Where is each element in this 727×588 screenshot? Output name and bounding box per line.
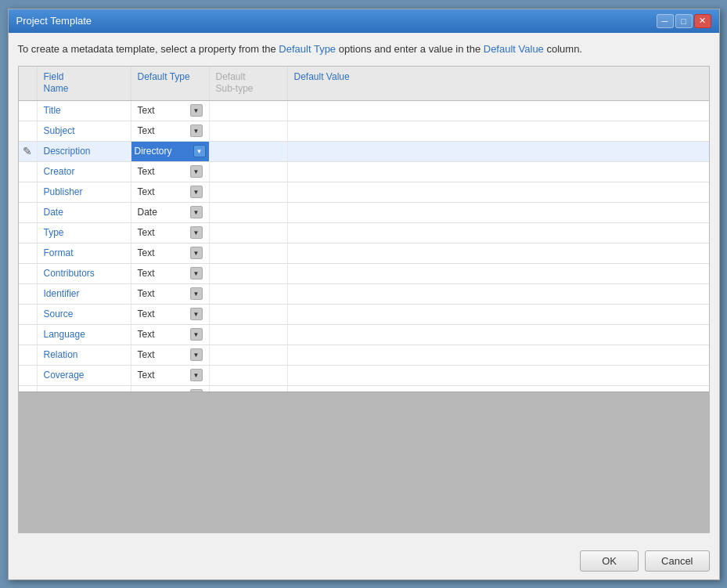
type-select[interactable]: Text ▼ (138, 267, 203, 280)
close-button[interactable]: ✕ (694, 14, 711, 28)
row-value-cell[interactable] (288, 264, 709, 283)
type-select[interactable]: Text ▼ (138, 369, 203, 381)
type-dropdown-arrow[interactable]: ▼ (190, 308, 203, 320)
table-row[interactable]: Creator Text ▼ (19, 162, 709, 182)
row-edit-icon (19, 203, 38, 222)
type-select[interactable]: Text ▼ (138, 287, 203, 300)
row-edit-icon (19, 121, 38, 141)
row-type-cell[interactable]: Text ▼ (131, 121, 210, 141)
row-field-name: Coverage (38, 366, 131, 385)
type-dropdown-arrow[interactable]: ▼ (190, 328, 203, 341)
row-value-cell[interactable] (288, 142, 709, 161)
row-field-name: Type (38, 223, 131, 243)
type-dropdown-arrow[interactable]: ▼ (190, 206, 203, 218)
row-edit-icon (19, 386, 38, 391)
row-subtype-cell (210, 305, 288, 324)
type-select[interactable]: Text ▼ (138, 165, 203, 178)
table-row[interactable]: Language Text ▼ (19, 325, 709, 345)
type-dropdown-arrow[interactable]: ▼ (190, 267, 203, 280)
row-value-cell[interactable] (288, 284, 709, 304)
table-row[interactable]: Contributors Text ▼ (19, 264, 709, 284)
row-type-cell[interactable]: Text ▼ (131, 101, 210, 121)
window-content: To create a metadata template, select a … (9, 33, 719, 543)
type-select[interactable]: Text ▼ (138, 226, 203, 239)
type-select[interactable]: Text ▼ (138, 348, 203, 361)
row-type-cell[interactable]: Text ▼ (131, 305, 210, 324)
ok-button[interactable]: OK (580, 550, 639, 572)
col-default-subtype: DefaultSub-type (210, 67, 288, 100)
row-type-cell[interactable]: Text ▼ (131, 325, 210, 345)
row-type-cell[interactable]: Text ▼ (131, 345, 210, 365)
row-field-name: Format (38, 243, 131, 263)
row-type-cell[interactable]: Text ▼ (131, 243, 210, 263)
row-edit-icon: ✎ (19, 142, 38, 161)
type-select[interactable]: Text ▼ (138, 186, 203, 198)
type-select[interactable]: Text ▼ (138, 124, 203, 137)
row-subtype-cell (210, 366, 288, 385)
type-dropdown-arrow[interactable]: ▼ (190, 226, 203, 239)
type-select[interactable]: Date ▼ (138, 206, 203, 218)
row-value-cell[interactable] (288, 162, 709, 182)
row-subtype-cell (210, 142, 288, 161)
table-row[interactable]: Relation Text ▼ (19, 345, 709, 366)
table-row[interactable]: Type Text ▼ (19, 223, 709, 243)
row-value-cell[interactable] (288, 243, 709, 263)
row-field-name: Publisher (38, 182, 131, 202)
row-value-cell[interactable] (288, 305, 709, 324)
directory-select[interactable]: Directory ▼ (135, 145, 206, 157)
table-header: FieldName Default Type DefaultSub-type D… (19, 67, 709, 101)
row-value-cell[interactable] (288, 345, 709, 365)
table-row[interactable]: Identifier Text ▼ (19, 284, 709, 305)
type-dropdown-arrow[interactable]: ▼ (190, 348, 203, 361)
directory-dropdown-arrow[interactable]: ▼ (193, 145, 206, 157)
minimize-button[interactable]: ─ (657, 14, 674, 28)
row-type-cell-active[interactable]: Directory ▼ (131, 142, 210, 161)
row-field-name: Source (38, 305, 131, 324)
type-select[interactable]: Text ▼ (138, 328, 203, 341)
row-type-cell[interactable]: Text ▼ (131, 284, 210, 304)
row-type-cell[interactable]: Date ▼ (131, 203, 210, 222)
table-row[interactable]: Publisher Text ▼ (19, 182, 709, 203)
table-row[interactable]: Title Text ▼ (19, 101, 709, 121)
type-value: Text (138, 247, 190, 258)
cancel-button[interactable]: Cancel (645, 550, 709, 572)
maximize-button[interactable]: □ (675, 14, 693, 28)
row-type-cell[interactable]: Text ▼ (131, 366, 210, 385)
row-edit-icon (19, 243, 38, 263)
row-value-cell[interactable] (288, 223, 709, 243)
type-value: Text (138, 227, 190, 238)
type-dropdown-arrow[interactable]: ▼ (190, 186, 203, 198)
row-value-cell[interactable] (288, 182, 709, 202)
table-row[interactable]: Format Text ▼ (19, 243, 709, 264)
row-subtype-cell (210, 386, 288, 391)
row-value-cell[interactable] (288, 101, 709, 121)
table-row[interactable]: Source Text ▼ (19, 305, 709, 325)
table-row-description[interactable]: ✎ Description Directory ▼ (19, 142, 709, 162)
col-field-name: FieldName (38, 67, 131, 100)
type-dropdown-arrow[interactable]: ▼ (190, 104, 203, 117)
type-dropdown-arrow[interactable]: ▼ (190, 369, 203, 381)
row-value-cell[interactable] (288, 386, 709, 391)
type-dropdown-arrow[interactable]: ▼ (190, 247, 203, 259)
row-type-cell[interactable]: Text ▼ (131, 223, 210, 243)
table-row[interactable]: Coverage Text ▼ (19, 366, 709, 386)
row-type-cell[interactable]: Text ▼ (131, 264, 210, 283)
row-subtype-cell (210, 101, 288, 121)
table-row[interactable]: Subject Text ▼ (19, 121, 709, 142)
table-row[interactable]: Rights Text ▼ (19, 386, 709, 391)
type-dropdown-arrow[interactable]: ▼ (190, 124, 203, 137)
type-select[interactable]: Text ▼ (138, 308, 203, 320)
type-dropdown-arrow[interactable]: ▼ (190, 165, 203, 178)
row-value-cell[interactable] (288, 325, 709, 345)
type-dropdown-arrow[interactable]: ▼ (190, 287, 203, 300)
row-value-cell[interactable] (288, 203, 709, 222)
type-value: Text (138, 370, 190, 381)
table-row[interactable]: Date Date ▼ (19, 203, 709, 223)
type-select[interactable]: Text ▼ (138, 247, 203, 259)
row-type-cell[interactable]: Text ▼ (131, 162, 210, 182)
row-value-cell[interactable] (288, 366, 709, 385)
row-type-cell[interactable]: Text ▼ (131, 386, 210, 391)
type-select[interactable]: Text ▼ (138, 104, 203, 117)
row-value-cell[interactable] (288, 121, 709, 141)
row-type-cell[interactable]: Text ▼ (131, 182, 210, 202)
